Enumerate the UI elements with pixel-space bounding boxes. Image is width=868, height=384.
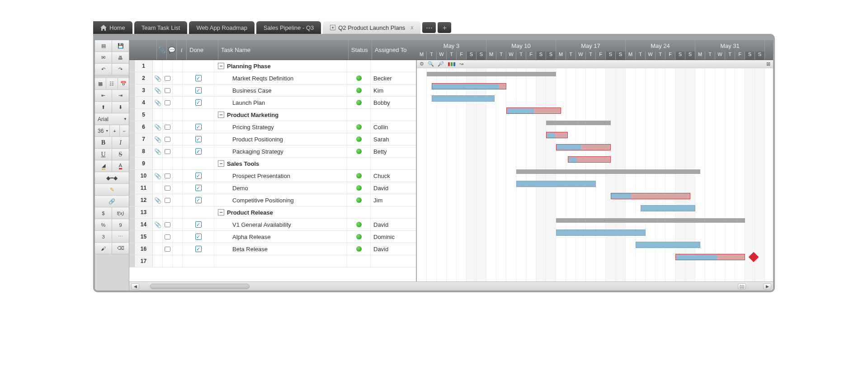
info-cell[interactable] (173, 243, 183, 255)
comment-cell[interactable] (163, 243, 173, 255)
info-cell[interactable] (173, 133, 183, 145)
tab-team-task-list[interactable]: Team Task List (134, 21, 188, 34)
attachment-cell[interactable] (153, 60, 163, 72)
done-cell[interactable] (183, 109, 214, 121)
function-button[interactable]: f(x) (112, 207, 129, 219)
row-handle[interactable] (129, 158, 135, 169)
assigned-cell[interactable]: David (371, 219, 416, 230)
row-handle[interactable] (129, 219, 135, 230)
row-handle[interactable] (129, 109, 135, 121)
table-row[interactable]: 13−Product Release (129, 206, 416, 219)
status-cell[interactable] (347, 72, 371, 84)
row-handle[interactable] (129, 84, 135, 96)
done-cell[interactable]: ✓ (183, 194, 214, 206)
gantt-task-bar[interactable] (568, 156, 611, 163)
comment-cell[interactable] (163, 133, 173, 145)
done-cell[interactable] (183, 255, 214, 267)
assigned-cell[interactable]: Kim (371, 84, 416, 96)
info-cell[interactable] (173, 158, 183, 169)
attachment-cell[interactable] (153, 206, 163, 218)
tab-new-button[interactable]: ＋ (438, 22, 451, 33)
assigned-cell[interactable]: Becker (371, 72, 416, 84)
info-cell[interactable] (173, 219, 183, 230)
done-cell[interactable]: ✓ (183, 121, 214, 133)
table-row[interactable]: 4📎✓Launch PlanBobby (129, 97, 416, 109)
assigned-cell[interactable]: Collin (371, 121, 416, 133)
gantt-task-bar[interactable] (546, 132, 568, 138)
done-cell[interactable]: ✓ (183, 145, 214, 157)
status-cell[interactable] (347, 60, 371, 72)
gantt-task-bar[interactable] (516, 181, 596, 187)
clear-format-button[interactable]: ⌫ (112, 243, 129, 254)
format-painter-button[interactable]: 🖌 (95, 243, 112, 254)
done-cell[interactable] (183, 60, 214, 72)
task-cell[interactable]: Business Case (214, 84, 347, 96)
task-cell[interactable] (214, 255, 347, 267)
status-cell[interactable] (347, 231, 371, 243)
gantt-view-button[interactable]: ☷ (106, 78, 118, 89)
collapse-icon[interactable]: − (218, 63, 224, 69)
info-cell[interactable] (173, 109, 183, 121)
fill-color-button[interactable]: ◢ (95, 160, 112, 172)
status-cell[interactable] (347, 255, 371, 267)
collapse-icon[interactable]: − (218, 209, 224, 215)
comment-cell[interactable] (163, 60, 173, 72)
status-cell[interactable] (347, 219, 371, 230)
font-size-select[interactable]: 36▼ (95, 125, 110, 136)
done-cell[interactable]: ✓ (183, 133, 214, 145)
gantt-task-bar[interactable] (611, 193, 690, 199)
assigned-column-header[interactable]: Assigned To (372, 40, 417, 60)
table-row[interactable]: 12📎✓Competitive PositioningJim (129, 194, 416, 206)
gear-icon[interactable]: ⚙ (420, 61, 424, 67)
info-cell[interactable] (173, 97, 183, 108)
done-cell[interactable]: ✓ (183, 231, 214, 243)
collapse-icon[interactable]: − (218, 160, 224, 167)
comment-cell[interactable] (163, 145, 173, 157)
gantt-task-bar[interactable] (641, 205, 695, 211)
done-cell[interactable] (183, 158, 214, 169)
status-column-header[interactable]: Status (348, 40, 372, 60)
table-row[interactable]: 11✓DemoDavid (129, 182, 416, 194)
sort-asc-button[interactable]: ⬆ (95, 102, 112, 113)
task-cell[interactable]: −Product Release (214, 206, 347, 218)
comment-cell[interactable] (163, 158, 173, 169)
tab-q2-product-launch[interactable]: ▼ Q2 Product Launch Plans x (323, 21, 420, 34)
attachment-cell[interactable]: 📎 (153, 84, 163, 96)
done-cell[interactable]: ✓ (183, 243, 214, 255)
collapse-icon[interactable]: − (218, 112, 224, 118)
table-row[interactable]: 14📎✓V1 General AvailabilityDavid (129, 219, 416, 231)
comment-cell[interactable] (163, 72, 173, 84)
print-button[interactable]: 🖶 (112, 52, 129, 63)
table-row[interactable]: 10📎✓Prospect PresentationChuck (129, 170, 416, 182)
info-cell[interactable] (173, 194, 183, 206)
status-cell[interactable] (347, 109, 371, 121)
scroll-right-button[interactable]: ▶ (763, 283, 771, 290)
info-column-header[interactable]: i (176, 40, 186, 60)
attachment-cell[interactable] (153, 182, 163, 194)
done-cell[interactable]: ✓ (183, 72, 214, 84)
attachment-cell[interactable] (153, 243, 163, 255)
info-cell[interactable] (173, 121, 183, 133)
status-cell[interactable] (347, 84, 371, 96)
comments-column-header[interactable]: 💬 (166, 40, 176, 60)
task-cell[interactable]: Beta Release (214, 243, 347, 255)
scroll-split-button[interactable]: ▯▯ (738, 283, 746, 290)
assigned-cell[interactable]: Bobby (371, 97, 416, 108)
table-row[interactable]: 8📎✓Packaging StrategyBetty (129, 145, 416, 158)
assigned-cell[interactable]: Jim (371, 194, 416, 206)
row-handle[interactable] (129, 133, 135, 145)
attachment-cell[interactable]: 📎 (153, 133, 163, 145)
status-cell[interactable] (347, 121, 371, 133)
edit-button[interactable]: ✎ (95, 184, 129, 195)
attachment-cell[interactable] (153, 158, 163, 169)
assigned-cell[interactable]: Dominic (371, 231, 416, 243)
gantt-summary-bar[interactable] (516, 169, 700, 174)
done-cell[interactable]: ✓ (183, 170, 214, 182)
gantt-body[interactable] (417, 68, 773, 290)
comment-cell[interactable] (163, 231, 173, 243)
scroll-left-button[interactable]: ◀ (131, 283, 139, 290)
tab-overflow-button[interactable]: ⋯ (422, 22, 436, 33)
task-cell[interactable]: Market Reqts Definition (214, 72, 347, 84)
close-gantt-icon[interactable]: ⊠ (766, 61, 770, 67)
row-handle[interactable] (129, 231, 135, 243)
